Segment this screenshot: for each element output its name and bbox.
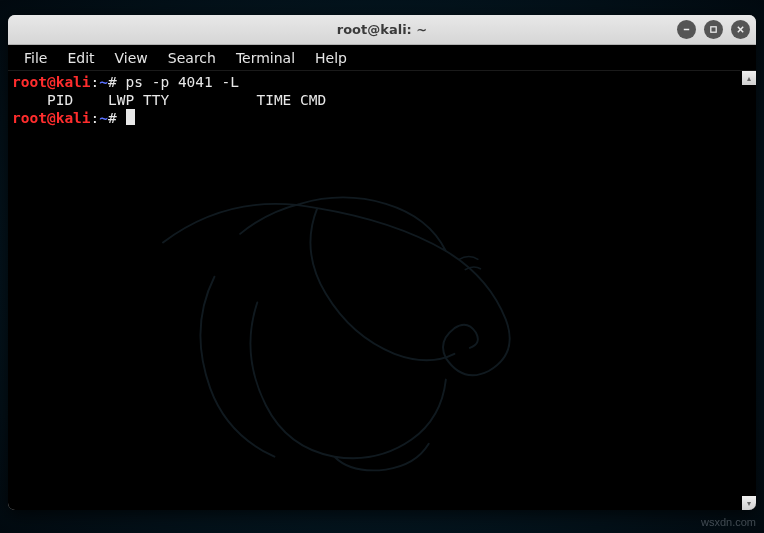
- prompt-host-2: kali: [56, 110, 91, 126]
- prompt-at-2: @: [47, 110, 56, 126]
- command-text: ps -p 4041 -L: [126, 74, 240, 90]
- scrollbar[interactable]: ▴ ▾: [742, 71, 756, 510]
- minimize-icon: [682, 25, 691, 34]
- prompt-at: @: [47, 74, 56, 90]
- close-button[interactable]: [731, 20, 750, 39]
- chevron-up-icon: ▴: [747, 74, 751, 83]
- kali-dragon-icon: [128, 131, 558, 491]
- scroll-up-button[interactable]: ▴: [742, 71, 756, 85]
- titlebar[interactable]: root@kali: ~: [8, 15, 756, 45]
- window-title: root@kali: ~: [337, 22, 427, 37]
- maximize-button[interactable]: [704, 20, 723, 39]
- menu-terminal[interactable]: Terminal: [226, 47, 305, 69]
- prompt-path-2: ~: [99, 110, 108, 126]
- menu-file[interactable]: File: [14, 47, 57, 69]
- prompt-symbol: #: [108, 74, 117, 90]
- maximize-icon: [709, 25, 718, 34]
- prompt-host: kali: [56, 74, 91, 90]
- prompt-sep: :: [91, 74, 100, 90]
- menu-search[interactable]: Search: [158, 47, 226, 69]
- terminal-window: root@kali: ~ File Edit View Search Termi…: [8, 15, 756, 510]
- chevron-down-icon: ▾: [747, 499, 751, 508]
- terminal-area: root@kali:~# ps -p 4041 -L PID LWP TTY T…: [8, 71, 756, 510]
- cursor: [126, 109, 135, 125]
- terminal-content: root@kali:~# ps -p 4041 -L PID LWP TTY T…: [12, 73, 738, 127]
- output-header: PID LWP TTY TIME CMD: [12, 92, 326, 108]
- close-icon: [736, 25, 745, 34]
- menu-view[interactable]: View: [105, 47, 158, 69]
- svg-rect-1: [711, 27, 716, 32]
- menu-help[interactable]: Help: [305, 47, 357, 69]
- window-controls: [677, 20, 750, 39]
- prompt-user-2: root: [12, 110, 47, 126]
- minimize-button[interactable]: [677, 20, 696, 39]
- prompt-path: ~: [99, 74, 108, 90]
- prompt-user: root: [12, 74, 47, 90]
- menu-edit[interactable]: Edit: [57, 47, 104, 69]
- menubar: File Edit View Search Terminal Help: [8, 45, 756, 71]
- prompt-sep-2: :: [91, 110, 100, 126]
- watermark: wsxdn.com: [701, 516, 756, 528]
- terminal-body[interactable]: root@kali:~# ps -p 4041 -L PID LWP TTY T…: [8, 71, 742, 510]
- prompt-symbol-2: #: [108, 110, 117, 126]
- scroll-down-button[interactable]: ▾: [742, 496, 756, 510]
